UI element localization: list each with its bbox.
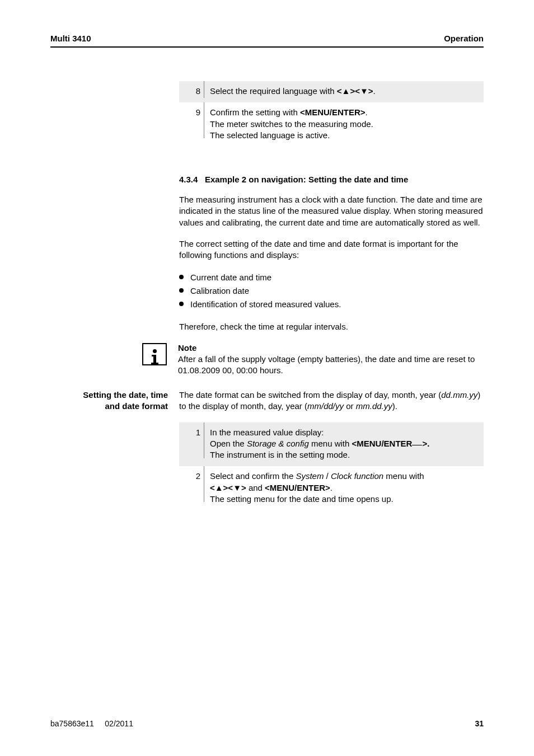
step-text: Select the required language with <▲><▼>…: [204, 81, 484, 102]
step-text: Select and confirm the System / Clock fu…: [204, 466, 484, 510]
info-icon: [142, 343, 167, 365]
body-paragraph: The correct setting of the date and time…: [179, 238, 484, 261]
header-right: Operation: [444, 34, 484, 43]
step-row: 8 Select the required language with <▲><…: [179, 81, 484, 102]
step-number: 2: [179, 466, 204, 510]
body-paragraph: Therefore, check the time at regular int…: [179, 321, 484, 332]
bullet-list: Current date and time Calibration date I…: [179, 271, 484, 311]
note-label: Note: [178, 343, 484, 353]
header-left: Multi 3410: [50, 34, 91, 43]
step-text: In the measured value display: Open the …: [204, 422, 484, 467]
page-number: 31: [475, 719, 484, 728]
procedure-steps-bottom: 1 In the measured value display: Open th…: [179, 422, 484, 511]
step-row: 1 In the measured value display: Open th…: [179, 422, 484, 467]
step-row: 2 Select and confirm the System / Clock …: [179, 466, 484, 510]
list-item: Current date and time: [179, 271, 484, 284]
margin-heading: Setting the date, time and date format: [50, 389, 168, 411]
note-block: Note After a fall of the supply voltage …: [179, 343, 484, 377]
procedure-steps-top: 8 Select the required language with <▲><…: [179, 81, 484, 147]
footer-left: ba75863e11 02/2011: [50, 719, 133, 728]
header-rule: [50, 46, 484, 48]
section-heading: 4.3.4 Example 2 on navigation: Setting t…: [179, 175, 484, 184]
step-row: 9 Confirm the setting with <MENU/ENTER>.…: [179, 102, 484, 147]
page-footer: ba75863e11 02/2011 31: [50, 719, 484, 728]
step-number: 9: [179, 102, 204, 147]
step-number: 8: [179, 81, 204, 102]
step-text: Confirm the setting with <MENU/ENTER>. T…: [204, 102, 484, 147]
list-item: Identification of stored measured values…: [179, 298, 484, 311]
note-text: After a fall of the supply voltage (empt…: [178, 354, 484, 377]
body-paragraph: The measuring instrument has a clock wit…: [179, 194, 484, 228]
step-number: 1: [179, 422, 204, 467]
list-item: Calibration date: [179, 284, 484, 298]
page-header: Multi 3410 Operation: [50, 34, 484, 43]
body-paragraph: The date format can be switched from the…: [179, 389, 484, 412]
